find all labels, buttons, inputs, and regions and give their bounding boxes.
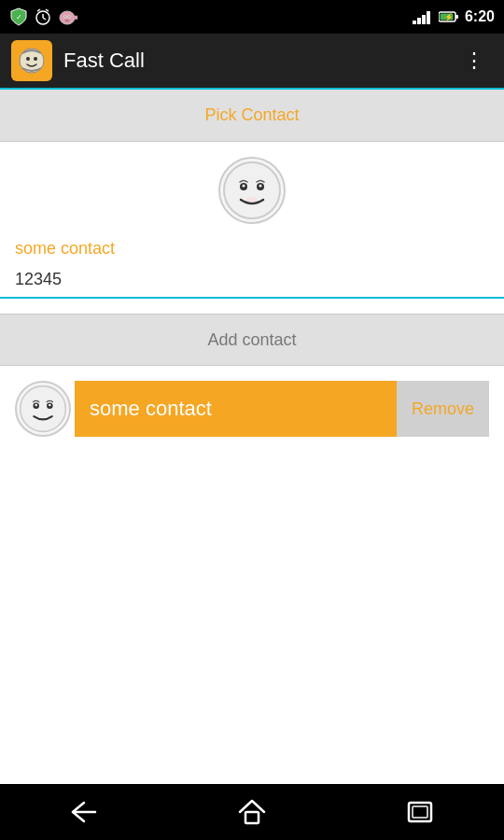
app-title: Fast Call	[63, 49, 456, 73]
svg-rect-38	[245, 812, 259, 823]
overflow-menu-button[interactable]: ⋮	[456, 41, 493, 80]
shield-icon: ✓	[9, 7, 28, 26]
svg-rect-15	[417, 18, 421, 24]
svg-point-10	[68, 16, 69, 17]
svg-point-31	[246, 197, 258, 203]
svg-rect-40	[413, 806, 427, 818]
svg-rect-20	[455, 15, 458, 19]
svg-point-24	[26, 57, 30, 61]
status-right: ⚡ 6:20	[413, 8, 495, 25]
svg-rect-17	[427, 11, 430, 24]
svg-point-30	[259, 185, 262, 188]
contact-item-avatar	[15, 381, 71, 437]
svg-point-9	[64, 16, 65, 17]
svg-point-25	[34, 57, 37, 61]
signal-icon	[413, 9, 433, 24]
svg-point-29	[243, 185, 245, 188]
contact-list: some contact Remove	[0, 366, 504, 452]
battery-icon: ⚡	[439, 10, 459, 23]
svg-rect-16	[422, 15, 426, 24]
pick-contact-button[interactable]: Pick Contact	[0, 90, 504, 142]
recents-icon	[407, 801, 433, 823]
home-icon	[238, 799, 266, 825]
svg-point-12	[66, 21, 67, 21]
status-icons: ✓	[9, 7, 78, 26]
contact-avatar	[218, 157, 286, 224]
svg-rect-14	[413, 21, 416, 24]
contact-section	[0, 142, 504, 231]
alarm-icon	[34, 7, 52, 26]
svg-text:✓: ✓	[16, 13, 22, 21]
svg-line-4	[37, 9, 40, 11]
svg-point-13	[68, 21, 69, 21]
svg-text:⚡: ⚡	[444, 12, 454, 21]
avatar-face-svg	[222, 161, 282, 220]
svg-point-36	[49, 404, 50, 406]
svg-point-11	[64, 19, 70, 22]
svg-line-5	[46, 9, 49, 11]
svg-point-32	[21, 386, 66, 432]
pig-icon	[58, 8, 78, 25]
contact-name: some contact	[0, 231, 504, 262]
phone-input-container	[0, 262, 504, 299]
remove-contact-button[interactable]: Remove	[397, 381, 489, 437]
status-bar: ✓	[0, 0, 504, 34]
list-avatar-face-svg	[19, 385, 67, 433]
svg-point-26	[224, 162, 280, 218]
home-button[interactable]	[224, 793, 280, 831]
svg-point-35	[35, 404, 36, 406]
recents-button[interactable]	[392, 793, 448, 831]
svg-line-3	[43, 18, 46, 20]
phone-input[interactable]	[15, 262, 489, 297]
back-arrow-icon	[69, 801, 99, 823]
add-contact-button[interactable]: Add contact	[0, 314, 504, 366]
app-icon	[11, 40, 52, 81]
app-bar: Fast Call ⋮	[0, 34, 504, 90]
contact-item-name: some contact	[75, 381, 397, 437]
contact-list-item: some contact Remove	[15, 381, 489, 437]
bottom-nav	[0, 784, 504, 840]
main-content: Pick Contact some contact Add contact	[0, 90, 504, 452]
status-time: 6:20	[465, 8, 495, 25]
back-button[interactable]	[56, 793, 112, 831]
